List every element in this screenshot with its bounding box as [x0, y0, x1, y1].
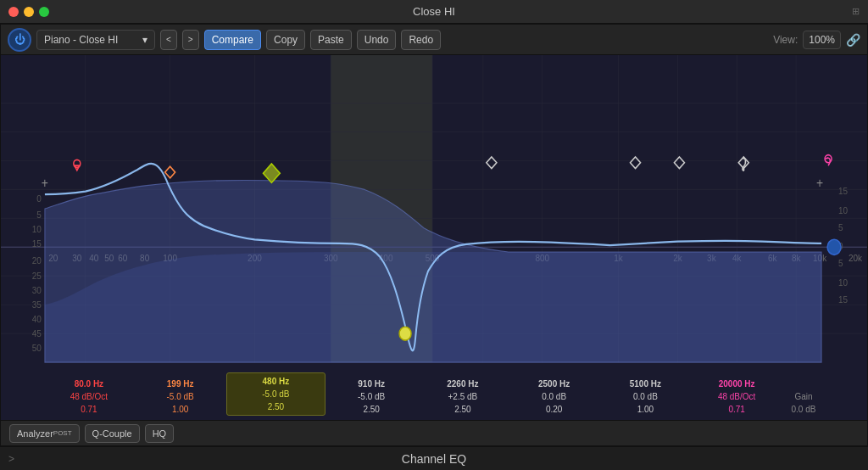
eq-svg: 20 30 40 50 60 80 100 200 300 400 500 80… [1, 55, 867, 420]
footer-arrow[interactable]: > [8, 453, 14, 465]
redo-button[interactable]: Redo [401, 30, 441, 50]
link-icon[interactable]: 🔗 [846, 33, 860, 47]
svg-text:25: 25 [32, 270, 42, 281]
svg-text:45: 45 [32, 327, 42, 339]
band-6-q: 0.20 [546, 403, 562, 416]
svg-text:35: 35 [32, 299, 42, 310]
band-7-gain: 0.0 dB [633, 390, 658, 403]
traffic-lights [8, 7, 49, 17]
svg-text:40: 40 [32, 313, 42, 324]
svg-text:15: 15 [838, 185, 848, 196]
svg-text:+: + [42, 175, 48, 190]
svg-text:0: 0 [36, 193, 42, 204]
svg-text:30: 30 [32, 284, 42, 295]
band-2-q: 1.00 [172, 403, 188, 416]
band-2-info: 199 Hz -5.0 dB 1.00 [135, 378, 226, 416]
svg-text:5: 5 [838, 257, 843, 268]
hq-button[interactable]: HQ [145, 424, 175, 443]
footer: > Channel EQ [0, 446, 868, 470]
minimize-button[interactable] [24, 7, 34, 17]
band-6-gain: 0.0 dB [542, 390, 566, 403]
band-3-gain: -5.0 dB [262, 388, 289, 400]
close-button[interactable] [8, 7, 19, 17]
plugin-title: Channel EQ [402, 452, 466, 466]
svg-text:10: 10 [32, 224, 42, 235]
band-3-freq: 480 Hz [263, 375, 290, 388]
q-couple-button[interactable]: Q-Couple [85, 424, 140, 443]
band-8-freq: 20000 Hz [719, 378, 755, 390]
svg-point-66 [399, 327, 411, 340]
toolbar: ⏻ Piano - Close HI ▾ < > Compare Copy Pa… [1, 25, 867, 55]
nav-back-button[interactable]: < [160, 30, 177, 50]
band-8-info: 20000 Hz 48 dB/Oct 0.71 [691, 378, 782, 416]
band-7-q: 1.00 [637, 403, 654, 416]
band-5-info: 2260 Hz +2.5 dB 2.50 [417, 378, 509, 416]
band-1-gain: 48 dB/Oct [70, 390, 108, 403]
preset-dropdown[interactable]: Piano - Close HI ▾ [36, 30, 155, 50]
band-6-info: 2500 Hz 0.0 dB 0.20 [509, 378, 600, 416]
svg-text:20k: 20k [849, 253, 863, 264]
band-2-gain: -5.0 dB [167, 390, 194, 403]
main-container: ⏻ Piano - Close HI ▾ < > Compare Copy Pa… [0, 24, 868, 446]
band-4-info: 910 Hz -5.0 dB 2.50 [326, 378, 417, 416]
band-5-gain: +2.5 dB [448, 390, 477, 403]
band-4-gain: -5.0 dB [358, 390, 385, 403]
undo-button[interactable]: Undo [357, 30, 397, 50]
band-4-freq: 910 Hz [358, 378, 385, 390]
compare-button[interactable]: Compare [204, 30, 261, 50]
band-5-q: 2.50 [454, 403, 470, 416]
gain-value: 0.0 dB [792, 403, 816, 416]
band-2-freq: 199 Hz [167, 378, 194, 390]
band-3-q: 2.50 [268, 400, 284, 413]
gain-label: Gain [794, 390, 812, 403]
gain-info: Gain 0.0 dB [782, 390, 825, 416]
bottom-toolbar: AnalyzerPOST Q-Couple HQ [1, 420, 867, 445]
svg-text:10: 10 [838, 277, 848, 288]
analyzer-button[interactable]: AnalyzerPOST [9, 424, 80, 443]
view-section: View: 100% 🔗 [773, 31, 860, 49]
band-7-info: 5100 Hz 0.0 dB 1.00 [600, 378, 692, 416]
band-3-info: 480 Hz -5.0 dB 2.50 [226, 372, 326, 416]
window-title: Close HI [413, 5, 455, 18]
svg-text:50: 50 [32, 342, 42, 353]
title-bar: Close HI ⊞ [0, 0, 868, 24]
power-button[interactable]: ⏻ [8, 28, 31, 52]
band-1-freq: 80.0 Hz [75, 378, 103, 390]
svg-text:+: + [816, 175, 823, 190]
expand-icon[interactable]: ⊞ [852, 6, 860, 17]
svg-text:10: 10 [838, 204, 848, 215]
eq-display[interactable]: 20 30 40 50 60 80 100 200 300 400 500 80… [1, 55, 867, 420]
maximize-button[interactable] [39, 7, 49, 17]
nav-forward-button[interactable]: > [182, 30, 199, 50]
view-value[interactable]: 100% [803, 31, 841, 49]
svg-text:15: 15 [32, 238, 42, 249]
band-5-freq: 2260 Hz [447, 378, 478, 390]
band-4-q: 2.50 [363, 403, 379, 416]
svg-text:5: 5 [36, 210, 42, 221]
band-6-freq: 2500 Hz [538, 378, 570, 390]
band-8-q: 0.71 [728, 403, 744, 416]
band-1-info: 80.0 Hz 48 dB/Oct 0.71 [43, 378, 135, 416]
view-label: View: [773, 34, 798, 46]
copy-button[interactable]: Copy [266, 30, 305, 50]
svg-text:20: 20 [32, 255, 42, 266]
svg-text:5: 5 [838, 221, 843, 232]
paste-button[interactable]: Paste [310, 30, 352, 50]
band-8-gain: 48 dB/Oct [718, 390, 755, 403]
band-7-freq: 5100 Hz [630, 378, 661, 390]
svg-text:15: 15 [838, 294, 848, 305]
svg-point-72 [827, 239, 841, 255]
band-1-q: 0.71 [81, 403, 97, 416]
